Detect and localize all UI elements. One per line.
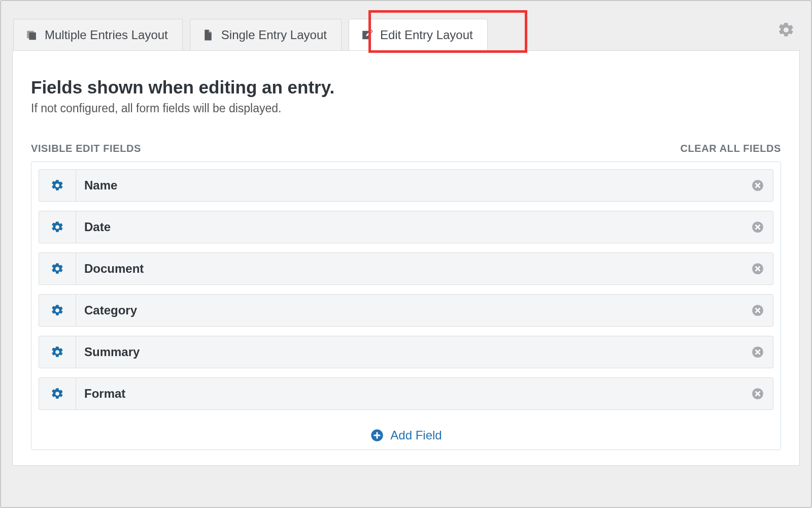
field-remove-button[interactable] xyxy=(742,295,773,326)
close-icon xyxy=(751,179,764,192)
field-row[interactable]: Date xyxy=(39,211,773,243)
field-row[interactable]: Document xyxy=(39,252,773,285)
page-title: Fields shown when editing an entry. xyxy=(31,77,781,98)
field-settings-button[interactable] xyxy=(39,170,76,201)
tab-multiple-entries[interactable]: Multiple Entries Layout xyxy=(13,19,183,50)
close-icon xyxy=(751,220,764,234)
field-row[interactable]: Category xyxy=(39,294,773,327)
tab-label: Edit Entry Layout xyxy=(380,28,473,42)
close-icon xyxy=(751,304,764,317)
field-row[interactable]: Format xyxy=(39,377,773,410)
field-settings-button[interactable] xyxy=(39,253,76,284)
field-remove-button[interactable] xyxy=(742,336,773,368)
visible-fields-label: Visible Edit Fields xyxy=(31,143,141,154)
field-row[interactable]: Summary xyxy=(39,336,773,368)
field-settings-button[interactable] xyxy=(39,295,76,326)
page-icon xyxy=(201,28,214,41)
field-settings-button[interactable] xyxy=(39,336,76,368)
add-field-label: Add Field xyxy=(390,428,442,442)
edit-layout-panel: Fields shown when editing an entry. If n… xyxy=(12,51,800,466)
tab-single-entry[interactable]: Single Entry Layout xyxy=(190,19,342,50)
page-subtitle: If not configured, all form fields will … xyxy=(31,102,781,115)
tab-label: Single Entry Layout xyxy=(221,28,327,42)
field-row[interactable]: Name xyxy=(39,169,773,202)
field-remove-button[interactable] xyxy=(742,170,773,201)
clear-all-fields-button[interactable]: Clear All Fields xyxy=(681,143,782,154)
close-icon xyxy=(751,387,764,400)
field-remove-button[interactable] xyxy=(742,378,773,409)
fields-toolbar: Visible Edit Fields Clear All Fields xyxy=(31,143,781,154)
field-remove-button[interactable] xyxy=(742,253,773,284)
field-label[interactable]: Date xyxy=(76,211,742,243)
field-remove-button[interactable] xyxy=(742,211,773,243)
gear-icon xyxy=(777,21,795,39)
gear-icon xyxy=(51,387,64,400)
gear-icon xyxy=(51,220,64,234)
close-icon xyxy=(751,262,764,275)
field-settings-button[interactable] xyxy=(39,211,76,243)
field-label[interactable]: Format xyxy=(76,378,742,409)
field-label[interactable]: Category xyxy=(76,295,742,326)
gear-icon xyxy=(51,304,64,317)
tab-edit-entry[interactable]: Edit Entry Layout xyxy=(349,19,488,50)
field-label[interactable]: Document xyxy=(76,253,742,284)
tab-label: Multiple Entries Layout xyxy=(45,28,168,42)
add-field-button[interactable]: Add Field xyxy=(39,428,773,442)
view-settings-button[interactable] xyxy=(777,21,795,41)
close-icon xyxy=(751,345,764,359)
edit-icon xyxy=(360,28,373,41)
field-settings-button[interactable] xyxy=(39,378,76,409)
plus-circle-icon xyxy=(370,428,384,442)
gear-icon xyxy=(51,262,64,275)
tab-strip: Multiple Entries Layout Single Entry Lay… xyxy=(12,12,800,51)
field-label[interactable]: Name xyxy=(76,170,742,201)
fields-dropzone[interactable]: Name Date xyxy=(31,162,781,450)
stack-icon xyxy=(25,28,38,41)
field-label[interactable]: Summary xyxy=(76,336,742,368)
gear-icon xyxy=(51,179,64,192)
gear-icon xyxy=(51,345,64,359)
